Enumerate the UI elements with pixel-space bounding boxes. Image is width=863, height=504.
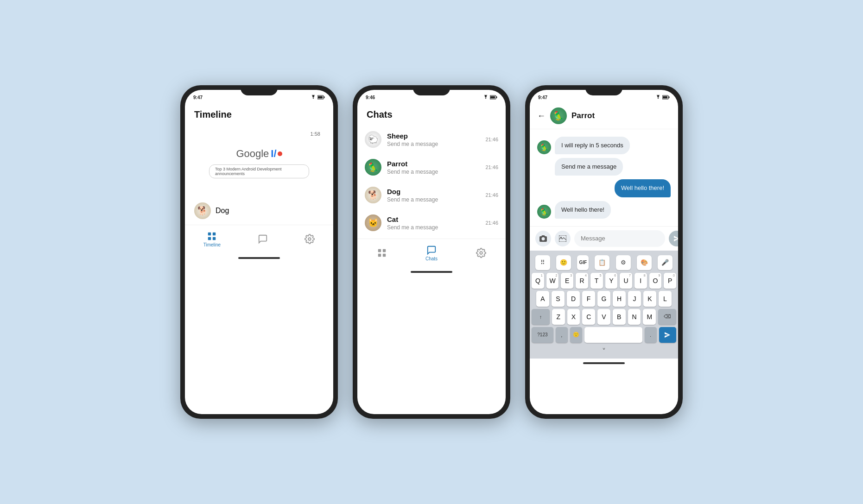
- kbd-row-4: ?123 , 🙂 .: [532, 327, 676, 343]
- home-indicator-2: [411, 271, 452, 273]
- bottom-nav-2: Chats: [357, 239, 506, 267]
- timeline-nav-icon-2: [377, 248, 387, 258]
- svg-rect-18: [663, 96, 667, 99]
- wifi-icon: [311, 95, 316, 100]
- key-emoji-bottom[interactable]: 🙂: [570, 327, 582, 343]
- wifi-icon-3: [655, 95, 661, 100]
- screen-2: Chats 🐑 Sheep Send me a message 21:46 🦜 …: [357, 103, 506, 239]
- gallery-icon: [559, 235, 566, 242]
- key-s[interactable]: S: [552, 291, 565, 307]
- notch-1: [241, 85, 278, 95]
- chat-item-dog[interactable]: 🐕 Dog Send me a message 21:46: [357, 181, 506, 209]
- key-special[interactable]: ?123: [532, 327, 553, 343]
- wifi-icon-2: [483, 95, 489, 100]
- kbd-palette-btn[interactable]: 🎨: [637, 255, 652, 270]
- kbd-settings-btn[interactable]: ⚙: [616, 255, 631, 270]
- key-comma[interactable]: ,: [556, 327, 568, 343]
- status-time-1: 9:47: [193, 95, 203, 100]
- chat-preview-sheep: Send me a message: [387, 141, 480, 147]
- card-time: 1:58: [311, 131, 320, 137]
- key-h[interactable]: H: [613, 291, 626, 307]
- key-d[interactable]: D: [567, 291, 580, 307]
- home-bar-2: [357, 267, 506, 277]
- nav-settings-2[interactable]: [470, 246, 492, 261]
- key-f[interactable]: F: [582, 291, 595, 307]
- gallery-button[interactable]: [555, 231, 571, 246]
- key-e[interactable]: E3: [561, 273, 573, 289]
- chat-header: ← 🦜 Parrot: [530, 103, 678, 129]
- back-button[interactable]: ←: [537, 111, 546, 121]
- key-v[interactable]: V: [597, 309, 610, 325]
- nav-chats-1[interactable]: [252, 232, 273, 247]
- kbd-emoji-btn[interactable]: 🙂: [556, 255, 571, 270]
- kbd-gif-btn[interactable]: GIF: [577, 255, 589, 270]
- user-name: Dog: [216, 207, 229, 215]
- key-shift[interactable]: ↑: [532, 309, 550, 325]
- contact-name: Parrot: [571, 111, 595, 120]
- status-time-2: 9:46: [366, 95, 375, 100]
- key-q[interactable]: Q1: [532, 273, 544, 289]
- chat-name-sheep: Sheep: [387, 132, 480, 140]
- nav-timeline-1[interactable]: Timeline: [198, 229, 226, 249]
- key-x[interactable]: X: [567, 309, 580, 325]
- status-icons-2: [483, 95, 497, 100]
- io-dot: [278, 151, 282, 156]
- key-p[interactable]: P0: [664, 273, 676, 289]
- messages-area: 🦜 I will reply in 5 seconds Send me a me…: [530, 129, 678, 226]
- key-i[interactable]: I8: [635, 273, 647, 289]
- svg-rect-14: [382, 253, 385, 256]
- key-r[interactable]: R4: [576, 273, 588, 289]
- screen-1: Timeline 1:58 Google I/ Top 3 Modern And…: [185, 103, 333, 225]
- page-title-2: Chats: [357, 103, 506, 124]
- phone-2: 9:46 Chats 🐑 Sheep Send me a message 21:…: [353, 85, 510, 419]
- kbd-apps-btn[interactable]: ⠿: [535, 255, 550, 270]
- nav-settings-1[interactable]: [299, 232, 320, 247]
- key-w[interactable]: W2: [546, 273, 559, 289]
- status-time-3: 9:47: [538, 95, 547, 100]
- home-indicator-1: [238, 257, 280, 259]
- key-a[interactable]: A: [536, 291, 549, 307]
- key-z[interactable]: Z: [552, 309, 565, 325]
- svg-rect-3: [208, 233, 211, 235]
- key-o[interactable]: O9: [649, 273, 662, 289]
- key-y[interactable]: Y6: [605, 273, 618, 289]
- timeline-card[interactable]: 1:58 Google I/ Top 3 Modern Android Deve…: [192, 127, 326, 193]
- camera-icon: [539, 235, 547, 242]
- chats-nav-icon-1: [258, 234, 268, 244]
- key-j[interactable]: J: [628, 291, 641, 307]
- camera-button[interactable]: [535, 231, 551, 246]
- key-space[interactable]: [584, 327, 642, 343]
- key-u[interactable]: U7: [620, 273, 632, 289]
- phone-1: 9:47 Timeline 1:58 Google I/: [180, 85, 338, 419]
- key-backspace[interactable]: ⌫: [658, 309, 676, 325]
- kbd-clipboard-btn[interactable]: 📋: [595, 255, 609, 270]
- card-subtitle: Top 3 Modern Android Development announc…: [209, 164, 309, 178]
- key-c[interactable]: C: [582, 309, 595, 325]
- chat-preview-dog: Send me a message: [387, 196, 480, 203]
- key-l[interactable]: L: [659, 291, 672, 307]
- key-g[interactable]: G: [597, 291, 610, 307]
- key-b[interactable]: B: [613, 309, 626, 325]
- nav-timeline-2[interactable]: [371, 246, 393, 261]
- key-t[interactable]: T5: [590, 273, 603, 289]
- svg-rect-13: [382, 249, 385, 252]
- nav-chats-2[interactable]: Chats: [420, 243, 443, 263]
- kbd-mic-btn[interactable]: 🎤: [658, 255, 673, 270]
- key-n[interactable]: N: [628, 309, 641, 325]
- svg-rect-1: [324, 96, 325, 98]
- chat-item-cat[interactable]: 🐱 Cat Send me a message 21:46: [357, 209, 506, 237]
- home-bar-3: [530, 359, 678, 368]
- message-input[interactable]: [574, 230, 665, 247]
- key-k[interactable]: K: [643, 291, 656, 307]
- key-period[interactable]: .: [645, 327, 657, 343]
- input-bar: [530, 226, 678, 251]
- key-enter[interactable]: [659, 327, 676, 343]
- msg-avatar-1: 🦜: [537, 140, 551, 154]
- key-m[interactable]: M: [643, 309, 656, 325]
- chat-item-parrot[interactable]: 🦜 Parrot Send me a message 21:46: [357, 153, 506, 181]
- chat-item-sheep[interactable]: 🐑 Sheep Send me a message 21:46: [357, 126, 506, 153]
- svg-rect-5: [213, 233, 216, 235]
- msg-row-3: Well hello there!: [537, 179, 671, 197]
- battery-icon-3: [662, 95, 670, 100]
- send-button[interactable]: [669, 231, 678, 246]
